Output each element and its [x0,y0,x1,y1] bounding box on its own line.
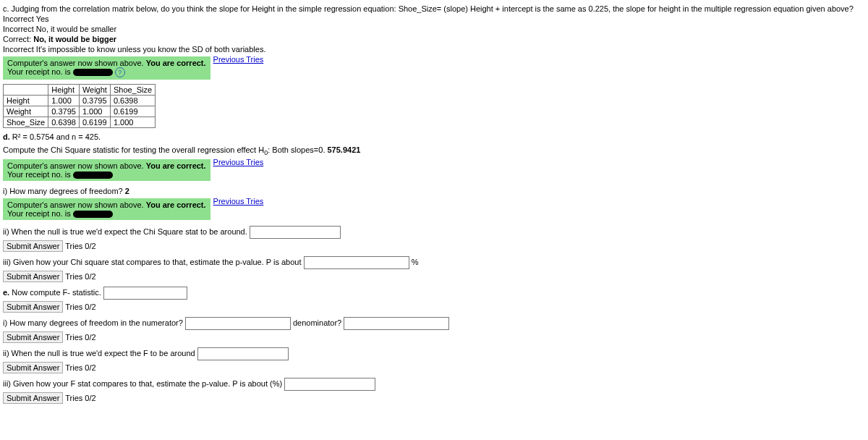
denominator-label: denominator? [293,318,341,327]
chi-pvalue-input[interactable] [304,256,409,269]
question-c-option3: Correct: No, it would be bigger [3,35,865,43]
feedback-box-di: Computer's answer now shown above. You a… [3,198,210,220]
question-c-option1: Incorrect Yes [3,14,865,23]
question-d-compute: Compute the Chi Square statistic for tes… [3,145,865,156]
redacted-receipt [73,69,113,76]
help-icon[interactable]: ? [115,67,125,77]
tries-label: Tries 0/2 [65,242,95,250]
question-d-stats: d. R² = 0.5754 and n = 425. [3,132,865,141]
redacted-receipt [73,211,113,218]
question-d-i: i) How many degrees of freedom? 2 [3,187,865,195]
f-stat-input[interactable] [103,287,187,300]
submit-button[interactable]: Submit Answer [3,331,63,343]
question-c-prompt: c. Judging from the correlation matrix b… [3,4,865,13]
f-expected-input[interactable] [197,347,289,360]
df-numerator-input[interactable] [185,317,291,330]
question-d-iii-text: iii) Given how your Chi square stat comp… [3,258,302,266]
previous-tries-link[interactable]: Previous Tries [213,55,264,64]
submit-button[interactable]: Submit Answer [3,271,63,282]
question-d-ii-text: ii) When the null is true we'd expect th… [3,227,247,236]
tries-label: Tries 0/2 [65,363,95,372]
correlation-matrix: Height Weight Shoe_Size Height 1.000 0.3… [3,84,156,128]
previous-tries-link[interactable]: Previous Tries [213,158,264,166]
tries-label: Tries 0/2 [65,302,95,311]
f-pvalue-input[interactable] [284,378,375,391]
tries-label: Tries 0/2 [65,333,95,342]
tries-label: Tries 0/2 [65,272,95,281]
submit-button[interactable]: Submit Answer [3,240,63,252]
question-e-i-text: i) How many degrees of freedom in the nu… [3,318,183,327]
submit-button[interactable]: Submit Answer [3,392,63,404]
df-denominator-input[interactable] [344,317,449,330]
question-c-option2: Incorrect No, it would be smaller [3,25,865,33]
redacted-receipt [73,172,113,179]
question-e-ii-text: ii) When the null is true we'd expect th… [3,349,195,358]
percent-unit: % [412,258,419,266]
submit-button[interactable]: Submit Answer [3,301,63,313]
feedback-box-d: Computer's answer now shown above. You a… [3,159,210,181]
previous-tries-link[interactable]: Previous Tries [213,197,264,206]
feedback-box-c: Computer's answer now shown above. You a… [3,56,210,80]
question-e-iii-text: iii) Given how your F stat compares to t… [3,379,282,388]
question-c-option4: Incorrect It's impossible to know unless… [3,45,865,54]
question-e-text: e. e. Now compute F- statistic.Now compu… [3,288,101,297]
chi-expected-input[interactable] [250,226,341,239]
tries-label: Tries 0/2 [65,394,95,402]
submit-button[interactable]: Submit Answer [3,362,63,373]
